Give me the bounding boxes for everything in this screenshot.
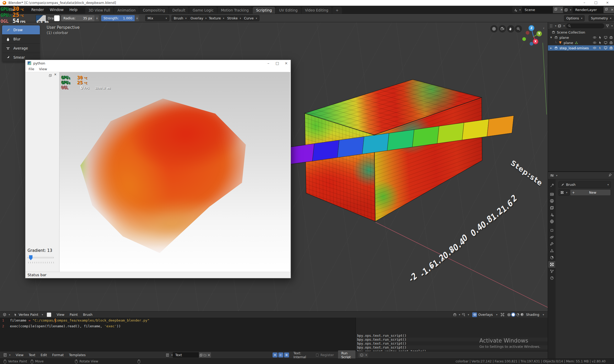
tab-add-workspace[interactable]: + bbox=[332, 7, 342, 14]
toggle-syntax-highlight[interactable]: ≣ bbox=[284, 352, 290, 357]
strength-slider[interactable]: Strength: 1.000 bbox=[101, 15, 135, 21]
dock-float-button[interactable] bbox=[49, 73, 52, 78]
outliner-search-input[interactable] bbox=[566, 23, 604, 29]
gizmo-y-axis[interactable]: Y bbox=[536, 31, 542, 36]
text-menu-templates[interactable]: Templates bbox=[66, 353, 88, 357]
tool-average[interactable]: Average bbox=[2, 44, 40, 53]
tab-motion-tracking[interactable]: Motion Tracking bbox=[218, 7, 252, 14]
options-popover[interactable]: Options▾ bbox=[564, 15, 585, 21]
tab-3d-view-full[interactable]: 3D View Full bbox=[85, 7, 114, 14]
tab-compositing[interactable]: Compositing bbox=[139, 7, 169, 14]
scene-copy-button[interactable] bbox=[553, 7, 559, 13]
viewport-menu-paint[interactable]: Paint bbox=[67, 313, 80, 317]
tab-scripting[interactable]: Scripting bbox=[253, 7, 275, 14]
gizmo-z-neg[interactable] bbox=[530, 42, 533, 46]
tab-object-data[interactable] bbox=[548, 247, 555, 254]
blend-mode-dropdown[interactable]: Mix▾ bbox=[145, 15, 169, 21]
outliner-row-scene-collection[interactable]: Scene Collection bbox=[548, 30, 614, 35]
tab-output[interactable] bbox=[548, 198, 555, 204]
gizmo-z-axis[interactable]: Z bbox=[529, 25, 534, 31]
viewport-menu-brush[interactable]: Brush bbox=[80, 313, 95, 317]
tab-world[interactable] bbox=[548, 218, 555, 225]
info-editor[interactable]: bpy.ops.text.run_script() bpy.ops.text.r… bbox=[356, 318, 548, 358]
tab-texture[interactable] bbox=[548, 261, 555, 268]
text-menu-format[interactable]: Format bbox=[50, 353, 66, 357]
register-checkbox[interactable] bbox=[316, 354, 318, 357]
tab-view-layer[interactable] bbox=[548, 204, 555, 211]
strength-animate-button[interactable]: ↓ bbox=[135, 15, 139, 21]
symmetry-popover[interactable]: Symmetry▾ bbox=[589, 15, 614, 21]
text-datablock-icon[interactable]: ▾ bbox=[166, 353, 173, 357]
text-menu-text[interactable]: Text bbox=[26, 353, 38, 357]
pan-view-button[interactable] bbox=[507, 25, 514, 32]
tool-draw[interactable]: Draw bbox=[2, 25, 40, 35]
vertex-color-swatch[interactable] bbox=[47, 312, 51, 317]
disclosure-triangle[interactable]: ▼ bbox=[550, 36, 553, 39]
python-render-canvas[interactable]: GPU₁ 30 °C GPU₂ 25 °C OGL 0 FPS 3289.2 m… bbox=[59, 72, 290, 272]
overlay-popover[interactable]: Overlay▾ bbox=[188, 15, 209, 21]
outliner-filter-mode[interactable]: ▾ bbox=[558, 24, 565, 28]
shading-wireframe-button[interactable] bbox=[507, 312, 511, 317]
outliner-row-step-load-smises[interactable]: ► step_load-smises bbox=[548, 45, 614, 51]
disclosure-triangle[interactable]: ► bbox=[550, 47, 553, 49]
tab-constraints[interactable] bbox=[548, 234, 555, 241]
text-unlink-button[interactable]: × bbox=[207, 352, 211, 358]
tab-scene[interactable] bbox=[548, 211, 555, 218]
tab-tool[interactable] bbox=[548, 182, 555, 189]
texture-popover[interactable]: Texture▾ bbox=[207, 15, 227, 21]
render-layer-field[interactable]: RenderLayer bbox=[573, 7, 604, 13]
tab-particles[interactable] bbox=[548, 268, 555, 275]
object-type-visibility-dropdown[interactable]: ▾ bbox=[453, 313, 460, 317]
gizmo-x-neg[interactable] bbox=[526, 31, 529, 35]
outliner-display-mode[interactable]: ▾ bbox=[549, 24, 556, 28]
editor-type-button[interactable]: ▾ bbox=[550, 173, 557, 177]
tab-render[interactable] bbox=[548, 191, 555, 198]
tab-object[interactable] bbox=[548, 227, 555, 234]
window-minimize-button[interactable]: – bbox=[579, 0, 590, 6]
python-window-title-bar[interactable]: python – □ × bbox=[25, 60, 291, 66]
outliner-filter-button[interactable]: ▾ bbox=[606, 24, 613, 28]
code-line-1[interactable]: filename = "C:/compas/compas_fea/example… bbox=[10, 318, 149, 322]
render-layer-unlink-button[interactable]: × bbox=[609, 7, 614, 13]
curve-popover[interactable]: Curve▾ bbox=[242, 15, 259, 21]
camera-view-button[interactable] bbox=[499, 25, 506, 32]
python-maximize-button[interactable]: □ bbox=[273, 61, 282, 65]
viewport-menu-view[interactable]: View bbox=[54, 313, 67, 317]
shading-dropdown[interactable]: Shading▾ bbox=[524, 312, 546, 318]
stroke-popover[interactable]: Stroke▾ bbox=[225, 15, 243, 21]
python-window[interactable]: python – □ × File View × Gradient: 13 bbox=[25, 60, 291, 278]
render-layer-selector[interactable]: ▾ RenderLayer × bbox=[563, 7, 614, 13]
editor-type-button[interactable]: ▾ bbox=[3, 353, 10, 357]
tab-video-editing[interactable]: Video Editing bbox=[302, 7, 332, 14]
outliner-row-plane-collection[interactable]: ▼ plane bbox=[548, 35, 614, 40]
code-line-2[interactable]: exec(compile(open(filename).read(), file… bbox=[10, 324, 121, 328]
gizmo-y-neg[interactable] bbox=[522, 37, 526, 41]
mode-dropdown[interactable]: Vertex Paint▾ bbox=[12, 312, 45, 318]
python-menu-view[interactable]: View bbox=[39, 67, 47, 71]
text-menu-edit[interactable]: Edit bbox=[38, 353, 50, 357]
tab-material[interactable] bbox=[548, 254, 555, 261]
toggle-line-numbers[interactable]: ≡ bbox=[273, 352, 278, 357]
text-menu-view[interactable]: View bbox=[13, 353, 26, 357]
outliner-row-plane-object[interactable]: └ plane bbox=[548, 40, 614, 45]
tab-modifiers[interactable] bbox=[548, 241, 555, 247]
editor-type-button[interactable]: ▾ bbox=[358, 353, 368, 357]
text-open-button[interactable] bbox=[203, 352, 207, 358]
texture-type-dropdown[interactable]: ▾ bbox=[558, 189, 569, 196]
brush-popover[interactable]: Brush▾ bbox=[171, 15, 189, 21]
shading-rendered-button[interactable] bbox=[520, 312, 524, 317]
radius-slider[interactable]: Radius: 35 px bbox=[61, 15, 95, 21]
window-close-button[interactable]: × bbox=[602, 0, 613, 6]
tab-game-logic[interactable]: Game Logic bbox=[189, 7, 217, 14]
brush-selector-dropdown[interactable]: Brush ▾ bbox=[558, 181, 611, 188]
shading-solid-button[interactable] bbox=[511, 312, 515, 317]
window-maximize-button[interactable]: □ bbox=[590, 0, 602, 6]
text-editor[interactable]: 1 2 filename = "C:/compas/compas_fea/exa… bbox=[0, 318, 356, 358]
python-menu-file[interactable]: File bbox=[29, 67, 34, 71]
radius-animate-button[interactable]: ↓ bbox=[95, 15, 99, 21]
gradient-slider-handle[interactable] bbox=[29, 255, 32, 260]
overlays-dropdown[interactable]: Overlays▾ bbox=[471, 312, 499, 318]
menu-help[interactable]: Help bbox=[67, 6, 80, 14]
tab-uv-editing[interactable]: UV Editing bbox=[276, 7, 301, 14]
navigation-gizmo[interactable]: Z Y X bbox=[520, 24, 546, 48]
